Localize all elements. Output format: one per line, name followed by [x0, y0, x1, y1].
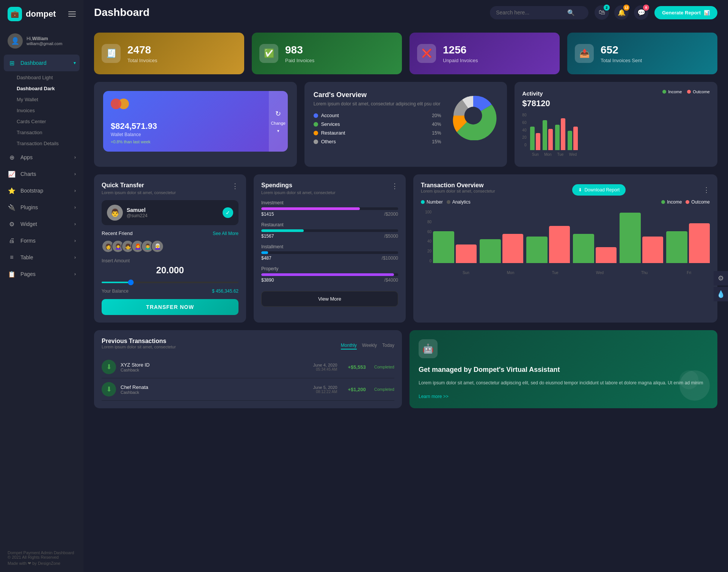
total-invoices-label: Total Invoices	[127, 58, 157, 63]
va-desc: Lorem ipsum dolor sit amet, consectetur …	[419, 379, 708, 386]
submenu-my-wallet[interactable]: My Wallet	[17, 94, 83, 105]
greeting: Hi,William	[27, 36, 62, 41]
bell-icon-button[interactable]: 🔔 12	[614, 5, 629, 20]
spending-current: $487	[261, 255, 271, 261]
settings-float-button[interactable]: ⚙	[714, 271, 728, 285]
submenu-transaction-details[interactable]: Transaction Details	[17, 138, 83, 149]
outcome-bar	[596, 247, 617, 263]
bar-group-mon	[543, 120, 553, 150]
sidebar-item-forms[interactable]: 🖨 Forms ›	[0, 232, 83, 249]
income-bar	[620, 213, 641, 263]
account-pct: 20%	[432, 113, 441, 118]
submenu-dashboard-light[interactable]: Dashboard Light	[17, 72, 83, 83]
x-label-sun: Sun	[445, 271, 487, 275]
tab-today[interactable]: Today	[382, 343, 394, 349]
to-legend-row: Number Analytics Income Outcome	[421, 199, 710, 205]
to-x-labels: SunMonTueWedThuFri	[433, 271, 710, 275]
stat-card-total-invoices: 🧾 2478 Total Invoices	[94, 33, 244, 74]
forms-icon: 🖨	[8, 237, 16, 245]
transaction-row: ⬇ XYZ Store ID Cashback June 4, 2020 05:…	[102, 356, 394, 378]
outcome-bar	[502, 234, 524, 263]
sidebar-item-dashboard[interactable]: ⊞ Dashboard ▾	[4, 55, 80, 71]
sidebar-item-pages[interactable]: 📋 Pages ›	[0, 266, 83, 282]
spending-current: $1567	[261, 234, 274, 239]
account-dot	[314, 113, 318, 118]
spending-total: /$5000	[384, 234, 398, 239]
quick-transfer-desc: Lorem ipsum dolor sit amet, consectetur	[102, 190, 176, 195]
submenu-invoices[interactable]: Invoices	[17, 105, 83, 116]
transaction-more-button[interactable]: ⋮	[703, 186, 710, 194]
sidebar-footer: Dompet Payment Admin Dashboard © 2021 Al…	[0, 544, 83, 572]
va-learn-more-link[interactable]: Learn more >>	[419, 394, 708, 399]
tx-amount: +$1,200	[348, 387, 366, 392]
spending-fill	[261, 229, 304, 232]
to-y-axis: 100806040200	[421, 210, 431, 271]
charts-icon: 📈	[8, 170, 16, 178]
download-label: Download Report	[584, 187, 620, 193]
view-more-button[interactable]: View More	[261, 291, 398, 307]
quick-transfer-card: Quick Transfer Lorem ipsum dolor sit ame…	[94, 174, 246, 323]
amount-slider[interactable]	[102, 282, 238, 283]
change-button[interactable]: ↻ Change ▾	[269, 91, 288, 152]
income-bar	[530, 127, 535, 150]
income-legend: Income	[662, 89, 682, 94]
middle-row: $824,571.93 Wallet Balance +0.8% than la…	[83, 82, 728, 174]
transfer-now-button[interactable]: TRANSFER NOW	[102, 299, 238, 315]
header: Dashboard 🔍 🛍 2 🔔 12 💬 8 Generate Report…	[83, 0, 728, 25]
sidebar-item-widget[interactable]: ⚙ Widget ›	[0, 216, 83, 232]
tx-type: Cashback	[121, 368, 150, 372]
dashboard-submenu: Dashboard Light Dashboard Dark My Wallet…	[0, 72, 83, 149]
services-label: Services	[321, 121, 340, 127]
spendings-more-button[interactable]: ⋮	[391, 182, 398, 190]
restaurant-pct: 15%	[432, 130, 441, 136]
virtual-assistant-icon: 🤖	[419, 339, 438, 358]
see-all-link[interactable]: See All More	[213, 231, 238, 236]
sidebar-item-table[interactable]: ≡ Table ›	[0, 249, 83, 266]
bag-icon-button[interactable]: 🛍 2	[595, 5, 609, 20]
sidebar-item-plugins[interactable]: 🔌 Plugins ›	[0, 199, 83, 216]
sidebar-item-bootstrap[interactable]: ⭐ Bootstrap ›	[0, 182, 83, 199]
submenu-transaction[interactable]: Transaction	[17, 127, 83, 138]
tab-weekly[interactable]: Weekly	[362, 343, 377, 349]
spending-item-installment: Installment $487 /$10000	[261, 244, 398, 261]
main-content: Dashboard 🔍 🛍 2 🔔 12 💬 8 Generate Report…	[83, 0, 728, 572]
user-email: william@gmail.com	[27, 41, 62, 46]
download-report-button[interactable]: ⬇ Download Report	[572, 184, 626, 196]
tab-monthly[interactable]: Monthly	[341, 343, 357, 349]
outcome-legend: Outcome	[686, 199, 710, 205]
friend-avatars: 👩 👩‍🦱 👧 👩‍🦰 👨‍🦱 👩‍🦳	[102, 240, 238, 253]
bar-group-wed	[573, 234, 617, 263]
generate-report-label: Generate Report	[662, 10, 701, 16]
generate-report-button[interactable]: Generate Report 📊	[654, 6, 717, 19]
theme-float-button[interactable]: 💧	[714, 287, 728, 301]
table-icon: ≡	[8, 253, 16, 262]
quick-transfer-more-button[interactable]: ⋮	[232, 182, 238, 190]
submenu-cards-center[interactable]: Cards Center	[17, 116, 83, 127]
chat-icon-button[interactable]: 💬 8	[634, 5, 648, 20]
spendings-title: Spendings	[261, 182, 336, 189]
y-label: 20	[421, 249, 431, 253]
chevron-right-icon: ›	[74, 188, 76, 193]
unpaid-icon: ❌	[417, 44, 436, 63]
pages-icon: 📋	[8, 270, 16, 278]
sidebar-item-apps[interactable]: ⊕ Apps ›	[0, 149, 83, 166]
y-label: 0	[421, 259, 431, 263]
sidebar-item-charts[interactable]: 📈 Charts ›	[0, 166, 83, 182]
tx-status: Completed	[374, 387, 394, 392]
income-bar	[526, 237, 548, 263]
tx-type: Cashback	[121, 390, 148, 395]
submenu-dashboard-dark[interactable]: Dashboard Dark	[17, 83, 83, 94]
card-overview-section: Card's Overview Lorem ipsum dolor sit am…	[304, 82, 507, 167]
sidebar-item-label: Widget	[20, 221, 37, 227]
search-input[interactable]	[496, 9, 564, 16]
activity-amount: $78120	[522, 99, 710, 108]
spending-track	[261, 229, 398, 232]
legend-services: Services 40%	[314, 121, 441, 127]
transaction-bar-chart	[433, 210, 710, 271]
hamburger-menu[interactable]	[68, 11, 76, 17]
stat-card-total-sent: 📤 652 Total Invoices Sent	[567, 33, 717, 74]
income-bar	[573, 234, 594, 263]
spendings-desc: Lorem ipsum dolor sit amet, consectetur	[261, 190, 336, 195]
outcome-bar	[549, 226, 570, 263]
income-bar	[666, 231, 687, 263]
